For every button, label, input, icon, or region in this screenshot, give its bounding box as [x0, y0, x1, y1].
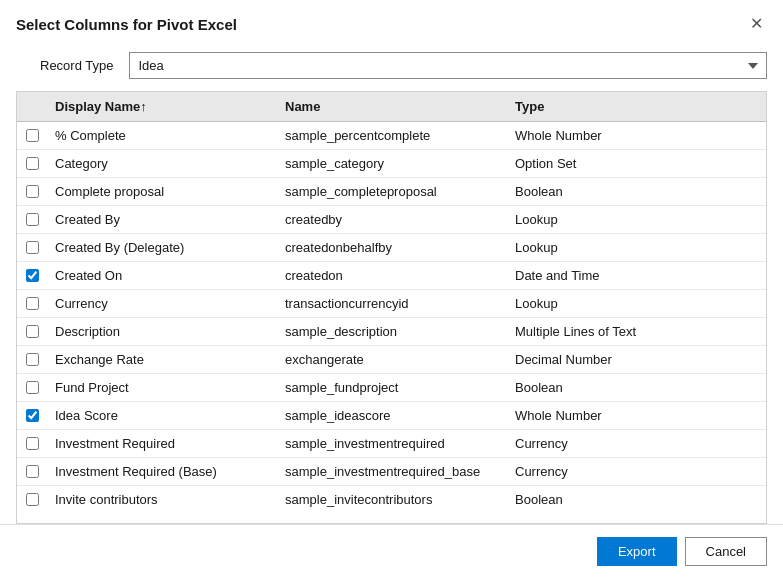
row-type: Decimal Number — [507, 346, 766, 373]
row-display-name: Investment Required (Base) — [47, 458, 277, 485]
row-checkbox[interactable] — [26, 381, 39, 394]
row-display-name: Category — [47, 150, 277, 177]
row-checkbox-cell[interactable] — [17, 207, 47, 232]
row-checkbox[interactable] — [26, 213, 39, 226]
row-type: Option Set — [507, 150, 766, 177]
row-checkbox-cell[interactable] — [17, 291, 47, 316]
table-row: Idea Scoresample_ideascoreWhole Number — [17, 402, 766, 430]
row-checkbox-cell[interactable] — [17, 431, 47, 456]
row-checkbox[interactable] — [26, 129, 39, 142]
row-checkbox-cell[interactable] — [17, 235, 47, 260]
table-row: Fund Projectsample_fundprojectBoolean — [17, 374, 766, 402]
table-row: CurrencytransactioncurrencyidLookup — [17, 290, 766, 318]
table-row: Categorysample_categoryOption Set — [17, 150, 766, 178]
row-display-name: % Complete — [47, 122, 277, 149]
table-row: Descriptionsample_descriptionMultiple Li… — [17, 318, 766, 346]
row-checkbox[interactable] — [26, 437, 39, 450]
row-display-name: Invite contributors — [47, 486, 277, 512]
row-display-name: Created On — [47, 262, 277, 289]
record-type-row: Record Type Idea — [0, 44, 783, 91]
row-name: sample_category — [277, 150, 507, 177]
row-checkbox[interactable] — [26, 241, 39, 254]
row-name: sample_ideascore — [277, 402, 507, 429]
row-checkbox-cell[interactable] — [17, 403, 47, 428]
row-checkbox[interactable] — [26, 325, 39, 338]
row-checkbox[interactable] — [26, 409, 39, 422]
table-row: Created OncreatedonDate and Time — [17, 262, 766, 290]
table-container: Display Name↑ Name Type % Completesample… — [16, 91, 767, 524]
row-checkbox-cell[interactable] — [17, 123, 47, 148]
row-type: Lookup — [507, 234, 766, 261]
row-name: exchangerate — [277, 346, 507, 373]
row-checkbox-cell[interactable] — [17, 375, 47, 400]
row-display-name: Fund Project — [47, 374, 277, 401]
record-type-select[interactable]: Idea — [129, 52, 767, 79]
row-checkbox[interactable] — [26, 465, 39, 478]
row-name: sample_description — [277, 318, 507, 345]
dialog-footer: Export Cancel — [0, 524, 783, 578]
table-row: Created BycreatedbyLookup — [17, 206, 766, 234]
row-checkbox[interactable] — [26, 185, 39, 198]
row-display-name: Exchange Rate — [47, 346, 277, 373]
row-name: sample_fundproject — [277, 374, 507, 401]
record-type-label: Record Type — [40, 58, 113, 73]
table-row: Complete proposalsample_completeproposal… — [17, 178, 766, 206]
col-header-display-name: Display Name↑ — [47, 92, 277, 121]
row-checkbox[interactable] — [26, 297, 39, 310]
col-header-name: Name — [277, 92, 507, 121]
table-row: Invite contributorssample_invitecontribu… — [17, 486, 766, 512]
cancel-button[interactable]: Cancel — [685, 537, 767, 566]
row-type: Lookup — [507, 290, 766, 317]
row-checkbox[interactable] — [26, 157, 39, 170]
row-name: sample_investmentrequired_base — [277, 458, 507, 485]
row-display-name: Created By — [47, 206, 277, 233]
select-columns-dialog: Select Columns for Pivot Excel ✕ Record … — [0, 0, 783, 578]
row-type: Whole Number — [507, 402, 766, 429]
row-type: Date and Time — [507, 262, 766, 289]
row-display-name: Currency — [47, 290, 277, 317]
col-header-checkbox — [17, 92, 47, 121]
row-display-name: Investment Required — [47, 430, 277, 457]
row-name: createdby — [277, 206, 507, 233]
row-type: Whole Number — [507, 122, 766, 149]
row-checkbox-cell[interactable] — [17, 319, 47, 344]
row-checkbox-cell[interactable] — [17, 347, 47, 372]
table-body: % Completesample_percentcompleteWhole Nu… — [17, 122, 766, 512]
row-display-name: Created By (Delegate) — [47, 234, 277, 261]
dialog-titlebar: Select Columns for Pivot Excel ✕ — [0, 0, 783, 44]
row-display-name: Description — [47, 318, 277, 345]
row-name: createdonbehalfby — [277, 234, 507, 261]
dialog-title: Select Columns for Pivot Excel — [16, 16, 237, 33]
row-checkbox[interactable] — [26, 493, 39, 506]
row-type: Boolean — [507, 486, 766, 512]
row-checkbox-cell[interactable] — [17, 459, 47, 484]
table-row: Investment Required (Base)sample_investm… — [17, 458, 766, 486]
row-name: transactioncurrencyid — [277, 290, 507, 317]
row-checkbox-cell[interactable] — [17, 179, 47, 204]
row-name: sample_completeproposal — [277, 178, 507, 205]
table-row: % Completesample_percentcompleteWhole Nu… — [17, 122, 766, 150]
close-button[interactable]: ✕ — [746, 14, 767, 34]
row-type: Boolean — [507, 374, 766, 401]
row-display-name: Complete proposal — [47, 178, 277, 205]
row-name: sample_invitecontributors — [277, 486, 507, 512]
row-type: Multiple Lines of Text — [507, 318, 766, 345]
row-type: Currency — [507, 458, 766, 485]
row-checkbox-cell[interactable] — [17, 487, 47, 512]
row-type: Currency — [507, 430, 766, 457]
table-row: Investment Requiredsample_investmentrequ… — [17, 430, 766, 458]
row-type: Boolean — [507, 178, 766, 205]
col-header-type: Type — [507, 92, 766, 121]
row-name: createdon — [277, 262, 507, 289]
table-row: Exchange RateexchangerateDecimal Number — [17, 346, 766, 374]
row-checkbox-cell[interactable] — [17, 263, 47, 288]
row-display-name: Idea Score — [47, 402, 277, 429]
row-checkbox[interactable] — [26, 353, 39, 366]
row-checkbox[interactable] — [26, 269, 39, 282]
table-row: Created By (Delegate)createdonbehalfbyLo… — [17, 234, 766, 262]
row-type: Lookup — [507, 206, 766, 233]
row-name: sample_percentcomplete — [277, 122, 507, 149]
row-checkbox-cell[interactable] — [17, 151, 47, 176]
table-header: Display Name↑ Name Type — [17, 92, 766, 122]
export-button[interactable]: Export — [597, 537, 677, 566]
